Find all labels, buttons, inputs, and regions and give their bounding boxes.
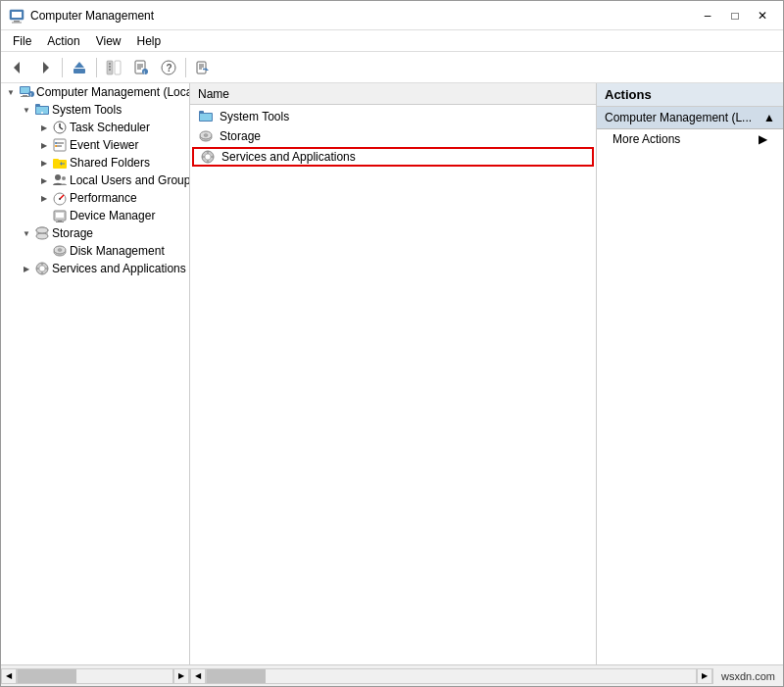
status-left: ◀ ▶ ◀ ▶ bbox=[1, 668, 713, 684]
forward-button[interactable] bbox=[32, 56, 58, 79]
title-bar: Computer Management – □ ✕ bbox=[1, 1, 783, 30]
actions-header: Actions bbox=[597, 83, 783, 107]
menu-file[interactable]: File bbox=[5, 32, 39, 50]
svg-point-47 bbox=[55, 174, 61, 180]
list-item-services[interactable]: Services and Applications bbox=[192, 147, 594, 167]
center-panel: Name System Tools bbox=[190, 83, 597, 664]
tree-storage[interactable]: ▼ Storage bbox=[1, 224, 189, 242]
svg-marker-25 bbox=[206, 68, 209, 71]
actions-section-label: Computer Management (L... bbox=[605, 111, 752, 124]
svg-rect-21 bbox=[197, 62, 206, 74]
svg-rect-40 bbox=[54, 139, 66, 151]
storage-icon bbox=[34, 225, 50, 241]
list-items: System Tools Storage bbox=[190, 105, 596, 170]
show-hide-button[interactable] bbox=[101, 56, 126, 79]
tree-root-label: Computer Management (Local bbox=[36, 85, 190, 99]
menu-view[interactable]: View bbox=[88, 32, 129, 50]
svg-point-57 bbox=[36, 233, 48, 239]
menu-help[interactable]: Help bbox=[129, 32, 170, 50]
tree-system-tools-label: System Tools bbox=[52, 103, 122, 117]
svg-point-61 bbox=[58, 249, 62, 252]
title-bar-text: Computer Management bbox=[30, 9, 695, 23]
svg-rect-53 bbox=[58, 221, 62, 221]
more-actions-label: More Actions bbox=[612, 132, 680, 146]
disk-management-icon bbox=[52, 243, 68, 259]
tree-local-users[interactable]: ▶ Local Users and Groups bbox=[1, 172, 189, 189]
svg-rect-28 bbox=[21, 87, 29, 93]
performance-icon bbox=[52, 190, 68, 206]
tree-scroll-thumb[interactable] bbox=[18, 669, 76, 683]
tree-disk-management[interactable]: Disk Management bbox=[1, 242, 189, 260]
svg-point-43 bbox=[55, 142, 57, 144]
tree-root[interactable]: ▼ ! Computer Management (Local bbox=[1, 83, 189, 101]
tree-shared-folders[interactable]: ▶ Shared Folders bbox=[1, 154, 189, 172]
services-icon bbox=[34, 261, 50, 276]
svg-rect-29 bbox=[23, 95, 27, 96]
status-bar: ◀ ▶ ◀ ▶ wsxdn.com bbox=[1, 664, 783, 686]
center-scroll-left[interactable]: ◀ bbox=[190, 668, 206, 684]
toolbar-separator-3 bbox=[185, 58, 186, 77]
properties-button[interactable]: i bbox=[128, 56, 154, 79]
minimize-button[interactable]: – bbox=[695, 6, 720, 25]
tree-shared-folders-label: Shared Folders bbox=[70, 156, 150, 170]
computer-management-icon: ! bbox=[19, 84, 34, 100]
svg-rect-52 bbox=[56, 213, 64, 218]
expand-arrow-services[interactable]: ▶ bbox=[19, 261, 34, 276]
center-scroll-right[interactable]: ▶ bbox=[697, 668, 712, 684]
svg-point-75 bbox=[205, 154, 211, 160]
svg-rect-70 bbox=[199, 111, 204, 114]
svg-rect-54 bbox=[56, 221, 64, 222]
tree-panel: ▼ ! Computer Management (Local ▼ bbox=[1, 83, 190, 664]
back-button[interactable] bbox=[5, 56, 30, 79]
expand-arrow-event-viewer[interactable]: ▶ bbox=[36, 137, 52, 153]
svg-rect-30 bbox=[21, 96, 29, 97]
svg-point-36 bbox=[41, 112, 43, 114]
close-button[interactable]: ✕ bbox=[750, 6, 775, 25]
svg-text:?: ? bbox=[167, 63, 172, 74]
list-item-storage[interactable]: Storage bbox=[190, 126, 596, 146]
tree-task-scheduler[interactable]: ▶ Task Scheduler bbox=[1, 119, 189, 136]
svg-rect-35 bbox=[35, 104, 40, 107]
help-button[interactable]: ? bbox=[156, 56, 181, 79]
tree-scroll-track[interactable] bbox=[17, 668, 173, 684]
expand-arrow-system-tools[interactable]: ▼ bbox=[19, 102, 34, 118]
tree-performance[interactable]: ▶ Performance bbox=[1, 189, 189, 207]
center-scroll-track[interactable] bbox=[206, 668, 697, 684]
tree-disk-management-label: Disk Management bbox=[70, 244, 165, 258]
list-item-system-tools[interactable]: System Tools bbox=[190, 107, 596, 126]
tree-event-viewer-label: Event Viewer bbox=[70, 138, 138, 152]
status-website: wsxdn.com bbox=[713, 670, 783, 682]
toolbar: i ? bbox=[1, 52, 783, 83]
expand-arrow-task-scheduler[interactable]: ▶ bbox=[36, 120, 52, 135]
tree-services-label: Services and Applications bbox=[52, 262, 186, 275]
expand-arrow-local-users[interactable]: ▶ bbox=[36, 172, 52, 188]
tree-scroll-right[interactable]: ▶ bbox=[173, 668, 189, 684]
export-button[interactable] bbox=[190, 56, 216, 79]
title-bar-controls: – □ ✕ bbox=[695, 6, 775, 25]
expand-arrow-performance[interactable]: ▶ bbox=[36, 190, 52, 206]
tree-device-manager-label: Device Manager bbox=[70, 209, 155, 222]
menu-action[interactable]: Action bbox=[39, 32, 87, 50]
actions-section-arrow: ▲ bbox=[763, 111, 775, 124]
expand-arrow-root[interactable]: ▼ bbox=[3, 84, 19, 100]
actions-more-actions[interactable]: More Actions ▶ bbox=[597, 129, 783, 149]
svg-point-44 bbox=[55, 145, 57, 147]
up-button[interactable] bbox=[67, 56, 92, 79]
tree-performance-label: Performance bbox=[70, 191, 137, 205]
actions-section-title[interactable]: Computer Management (L... ▲ bbox=[597, 107, 783, 129]
list-storage-icon bbox=[198, 128, 214, 144]
main-window: Computer Management – □ ✕ File Action Vi… bbox=[0, 0, 784, 687]
main-content: ▼ ! Computer Management (Local ▼ bbox=[1, 83, 783, 664]
center-scroll-thumb[interactable] bbox=[207, 669, 266, 683]
expand-arrow-storage[interactable]: ▼ bbox=[19, 225, 34, 241]
tree-event-viewer[interactable]: ▶ Event Viewer bbox=[1, 136, 189, 154]
maximize-button[interactable]: □ bbox=[722, 6, 748, 25]
tree-device-manager[interactable]: Device Manager bbox=[1, 207, 189, 224]
svg-marker-4 bbox=[14, 62, 20, 74]
expand-arrow-shared-folders[interactable]: ▶ bbox=[36, 155, 52, 171]
tree-system-tools[interactable]: ▼ System Tools bbox=[1, 101, 189, 119]
center-scroll-section: ◀ ▶ bbox=[190, 668, 713, 684]
tree-services-applications[interactable]: ▶ Services and Applications bbox=[1, 260, 189, 277]
tree-scroll-left[interactable]: ◀ bbox=[1, 668, 17, 684]
task-scheduler-icon bbox=[52, 120, 68, 135]
